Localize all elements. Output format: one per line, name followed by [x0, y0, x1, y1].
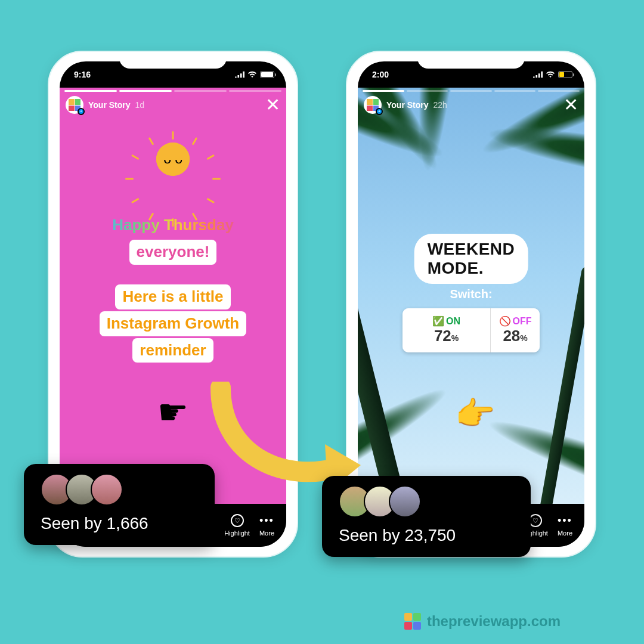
viewers-avatars — [41, 473, 198, 506]
pointer-icon: 👉 — [455, 395, 495, 432]
seen-by-card[interactable]: Seen by 23,750 — [322, 476, 531, 557]
text-line: everyone! — [129, 240, 217, 265]
more-button[interactable]: ••• More — [259, 515, 274, 537]
signal-icon — [235, 71, 244, 78]
highlight-button[interactable]: Highlight — [224, 514, 250, 537]
notch — [119, 52, 227, 69]
seen-by-card[interactable]: Seen by 1,666 — [24, 464, 215, 545]
story-header: + Your Story 22h ✕ — [364, 96, 578, 114]
wifi-icon — [247, 71, 257, 78]
status-time: 9:16 — [74, 70, 91, 79]
logo-icon — [404, 613, 421, 630]
add-story-icon: + — [376, 108, 383, 115]
more-icon: ••• — [558, 515, 572, 527]
wifi-icon — [546, 71, 555, 78]
watermark-text: thepreviewapp.com — [427, 613, 561, 630]
highlight-label: Highlight — [224, 530, 250, 537]
story-age: 1d — [135, 100, 145, 110]
battery-icon — [260, 71, 274, 78]
add-story-icon: + — [78, 108, 85, 115]
poll-sticker[interactable]: ✅ ON 72% 🚫 OFF 28% — [402, 308, 540, 352]
highlight-icon — [231, 514, 244, 527]
more-button[interactable]: ••• More — [558, 515, 572, 537]
story-age: 22h — [434, 100, 447, 110]
more-label: More — [259, 530, 274, 537]
poll-option-off[interactable]: 🚫 OFF 28% — [490, 308, 540, 352]
status-time: 2:00 — [372, 70, 389, 79]
side-button — [346, 189, 347, 226]
side-button — [346, 237, 347, 274]
text-sticker-1: Happy Thursday everyone! — [60, 213, 286, 265]
text-line: Instagram Growth — [100, 311, 246, 336]
story-avatar[interactable]: + — [66, 96, 83, 114]
story-content-right[interactable]: + Your Story 22h ✕ WEEKEND MODE. Switch:… — [358, 88, 584, 504]
weekend-text: WEEKEND MODE. — [414, 234, 528, 284]
phone-screen-right: 2:00 — [358, 61, 584, 547]
signal-icon — [533, 71, 543, 78]
notch — [417, 52, 525, 69]
more-label: More — [558, 530, 572, 537]
side-button — [346, 153, 347, 175]
side-button — [48, 153, 49, 175]
check-icon: ✅ — [432, 315, 444, 327]
sun-sticker: ᴗ ᴗ — [149, 135, 197, 183]
side-button — [48, 237, 49, 274]
text-line: Happy Thursday — [105, 213, 241, 238]
avatar — [91, 473, 123, 506]
poll-option-on[interactable]: ✅ ON 72% — [402, 308, 490, 352]
prohibit-icon: 🚫 — [499, 315, 511, 327]
poll-title: Switch: — [358, 287, 584, 301]
text-line: reminder — [132, 338, 213, 363]
story-name: Your Story — [386, 100, 429, 110]
story-name: Your Story — [88, 100, 131, 110]
side-button — [48, 189, 49, 226]
story-avatar[interactable]: + — [364, 96, 382, 114]
close-icon[interactable]: ✕ — [564, 96, 578, 114]
story-progress — [363, 90, 580, 92]
story-progress — [64, 90, 281, 92]
text-line: Here is a little — [115, 284, 230, 309]
more-icon: ••• — [259, 515, 274, 527]
text-sticker-2: Here is a little Instagram Growth remind… — [60, 284, 286, 363]
viewers-avatars — [339, 485, 514, 518]
pointer-icon: ☛ — [157, 392, 188, 432]
seen-by-label: Seen by 1,666 — [41, 514, 198, 533]
seen-by-label: Seen by 23,750 — [339, 526, 514, 545]
story-header: + Your Story 1d ✕ — [66, 96, 280, 114]
battery-icon — [558, 71, 572, 78]
watermark: thepreviewapp.com — [404, 613, 561, 630]
avatar — [389, 485, 421, 518]
close-icon[interactable]: ✕ — [265, 96, 280, 114]
